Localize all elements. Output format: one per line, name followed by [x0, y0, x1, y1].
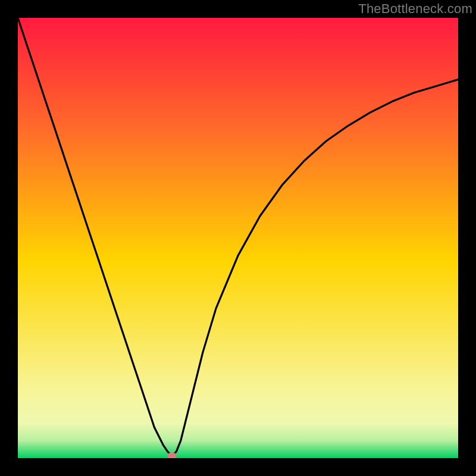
watermark-text: TheBottleneck.com [358, 1, 472, 17]
chart-frame: TheBottleneck.com [0, 0, 476, 476]
plot-area [18, 18, 458, 458]
bottleneck-chart [18, 18, 458, 458]
gradient-background [18, 18, 458, 458]
